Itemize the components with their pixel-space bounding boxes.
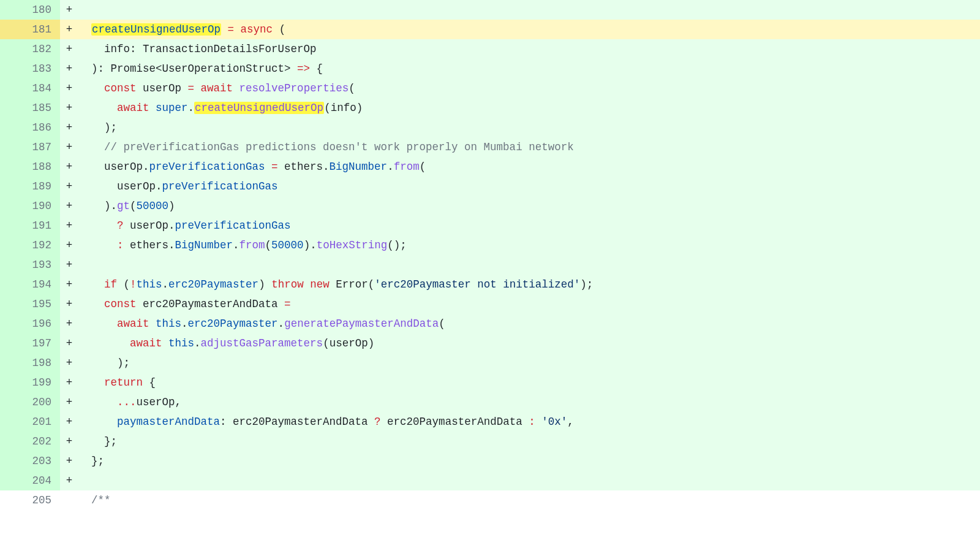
code-token [234, 23, 241, 36]
code-token [78, 23, 91, 36]
line-number[interactable]: 190 [0, 196, 60, 216]
code-cell[interactable]: await this.erc20Paymaster.generatePaymas… [78, 314, 980, 333]
code-token: Error( [330, 278, 375, 291]
diff-marker: + [60, 333, 78, 353]
line-number[interactable]: 188 [0, 157, 60, 177]
code-row: 198+ ); [0, 353, 980, 373]
line-number[interactable]: 199 [0, 373, 60, 392]
line-number[interactable]: 181 [0, 20, 60, 39]
line-number[interactable]: 197 [0, 333, 60, 353]
line-number[interactable]: 185 [0, 98, 60, 118]
code-token [78, 416, 117, 428]
code-cell[interactable]: ); [78, 353, 980, 373]
line-number[interactable]: 200 [0, 392, 60, 412]
code-token: : [529, 416, 535, 428]
code-cell[interactable] [78, 471, 980, 490]
line-number[interactable]: 184 [0, 78, 60, 98]
code-cell[interactable]: ): Promise<UserOperationStruct> => { [78, 59, 980, 78]
line-number[interactable]: 193 [0, 255, 60, 275]
code-cell[interactable]: const erc20PaymasterAndData = [78, 294, 980, 314]
line-number[interactable]: 204 [0, 471, 60, 490]
line-number[interactable]: 189 [0, 177, 60, 196]
code-token: (); [387, 239, 407, 251]
line-number[interactable]: 203 [0, 451, 60, 471]
code-token [194, 82, 201, 94]
line-number[interactable]: 194 [0, 275, 60, 294]
code-cell[interactable]: createUnsignedUserOp = async ( [78, 20, 980, 39]
line-number[interactable]: 205 [0, 490, 60, 510]
code-cell[interactable]: info: TransactionDetailsForUserOp [78, 39, 980, 59]
code-cell[interactable]: await this.adjustGasParameters(userOp) [78, 333, 980, 353]
diff-marker: + [60, 196, 78, 216]
code-token: preVerificationGas [149, 161, 265, 173]
code-token: userOp. [124, 219, 175, 232]
line-number[interactable]: 191 [0, 216, 60, 235]
code-cell[interactable]: ? userOp.preVerificationGas [78, 216, 980, 235]
code-cell[interactable] [78, 0, 980, 20]
code-token: createUnsignedUserOp [91, 23, 221, 36]
line-number[interactable]: 201 [0, 412, 60, 432]
code-token: from [394, 161, 420, 173]
code-token [78, 318, 117, 330]
code-token: ( [130, 200, 137, 212]
line-number[interactable]: 196 [0, 314, 60, 333]
code-row: 195+ const erc20PaymasterAndData = [0, 294, 980, 314]
code-cell[interactable]: ); [78, 118, 980, 137]
code-cell[interactable]: ).gt(50000) [78, 196, 980, 216]
diff-marker: + [60, 118, 78, 137]
code-token: . [162, 278, 169, 291]
code-row: 204+ [0, 471, 980, 490]
code-row: 203+ }; [0, 451, 980, 471]
code-row: 192+ : ethers.BigNumber.from(50000).toHe… [0, 235, 980, 255]
diff-marker: + [60, 255, 78, 275]
code-token [304, 278, 311, 291]
code-cell[interactable]: const userOp = await resolveProperties( [78, 78, 980, 98]
diff-marker: + [60, 275, 78, 294]
code-token [149, 102, 156, 114]
line-number[interactable]: 180 [0, 0, 60, 20]
code-cell[interactable]: userOp.preVerificationGas [78, 177, 980, 196]
code-cell[interactable]: paymasterAndData: erc20PaymasterAndData … [78, 412, 980, 432]
code-cell[interactable]: await super.createUnsignedUserOp(info) [78, 98, 980, 118]
code-cell[interactable]: ...userOp, [78, 392, 980, 412]
code-row: 202+ }; [0, 432, 980, 451]
line-number[interactable]: 182 [0, 39, 60, 59]
code-cell[interactable]: }; [78, 451, 980, 471]
code-token: erc20PaymasterAndData [137, 298, 285, 310]
diff-marker: + [60, 235, 78, 255]
code-token: ( [273, 23, 285, 36]
code-token: ? [117, 219, 124, 232]
code-token: /** [91, 494, 111, 506]
code-cell[interactable]: : ethers.BigNumber.from(50000).toHexStri… [78, 235, 980, 255]
line-number[interactable]: 195 [0, 294, 60, 314]
code-token [78, 239, 117, 251]
code-row: 183+ ): Promise<UserOperationStruct> => … [0, 59, 980, 78]
code-cell[interactable]: userOp.preVerificationGas = ethers.BigNu… [78, 157, 980, 177]
code-row: 196+ await this.erc20Paymaster.generateP… [0, 314, 980, 333]
code-token: generatePaymasterAndData [284, 318, 439, 330]
code-row: 180+ [0, 0, 980, 20]
code-token: createUnsignedUserOp [194, 102, 324, 114]
code-cell[interactable]: if (!this.erc20Paymaster) throw new Erro… [78, 275, 980, 294]
line-number[interactable]: 202 [0, 432, 60, 451]
code-cell[interactable]: // preVerificationGas predictions doesn'… [78, 137, 980, 157]
line-number[interactable]: 198 [0, 353, 60, 373]
code-token: this [168, 337, 194, 349]
code-token: . [188, 102, 195, 114]
diff-marker: + [60, 412, 78, 432]
code-token: ( [349, 82, 355, 94]
line-number[interactable]: 186 [0, 118, 60, 137]
code-token: erc20Paymaster [188, 318, 278, 330]
code-cell[interactable] [78, 255, 980, 275]
code-token: 50000 [137, 200, 169, 212]
line-number[interactable]: 183 [0, 59, 60, 78]
code-cell[interactable]: }; [78, 432, 980, 451]
code-token [78, 396, 117, 408]
code-row: 191+ ? userOp.preVerificationGas [0, 216, 980, 235]
line-number[interactable]: 187 [0, 137, 60, 157]
code-cell[interactable]: /** [78, 490, 980, 510]
code-token: ); [78, 357, 130, 369]
code-token [78, 494, 91, 506]
line-number[interactable]: 192 [0, 235, 60, 255]
code-cell[interactable]: return { [78, 373, 980, 392]
